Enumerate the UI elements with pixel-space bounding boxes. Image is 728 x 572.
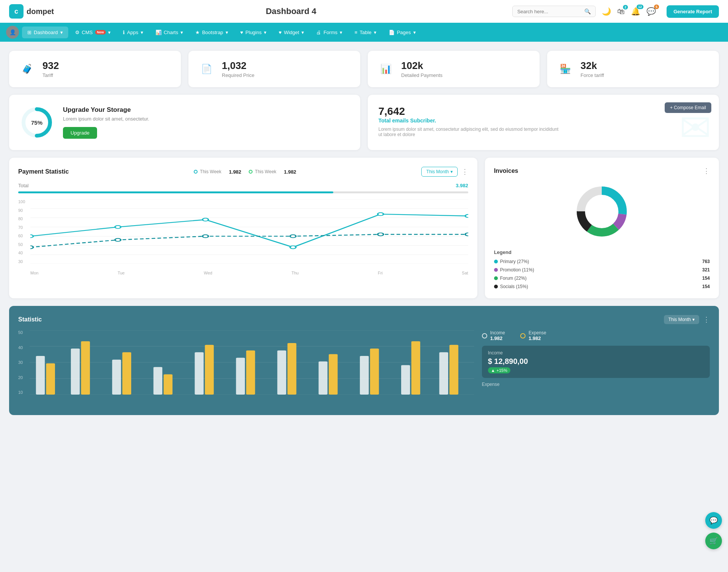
stat-chevron-icon: ▾ — [692, 317, 695, 322]
search-icon[interactable]: 🔍 — [584, 8, 591, 14]
statistic-more-options[interactable]: ⋮ — [703, 315, 710, 324]
nav-chevron-charts: ▾ — [180, 30, 183, 35]
stat-cards: 🧳 932 Tariff 📄 1,032 Required Price 📊 10… — [9, 51, 719, 87]
apps-icon: ℹ — [123, 30, 125, 35]
payment-chart-header: Payment Statistic This Week 1.982 This W… — [18, 167, 468, 177]
total-value: 3.982 — [456, 183, 468, 188]
logo: c dompet — [9, 4, 70, 19]
generate-report-button[interactable]: Generate Report — [667, 5, 719, 18]
invoices-more-options[interactable]: ⋮ — [703, 167, 710, 175]
legend-row-socials: Socials (15%) 154 — [494, 284, 710, 289]
invoices-title: Invoices — [494, 168, 518, 174]
nav-label-apps: Apps — [127, 30, 138, 35]
statistic-controls: This Month ▾ ⋮ — [664, 315, 710, 324]
statistic-inner: 50 40 30 20 10 — [18, 330, 710, 406]
email-description: Lorem ipsum dolor sit amet, consectetur … — [378, 127, 560, 137]
bell-badge: 12 — [637, 5, 643, 9]
svg-rect-40 — [195, 352, 204, 395]
nav-label-table: Table — [360, 30, 372, 35]
svg-rect-34 — [71, 349, 80, 395]
search-input[interactable] — [517, 9, 581, 14]
chart-row: Payment Statistic This Week 1.982 This W… — [9, 158, 719, 298]
legend-row-forum: Forum (22%) 154 — [494, 276, 710, 281]
statistic-header: Statistic This Month ▾ ⋮ — [18, 315, 710, 324]
legend-color-primary — [494, 260, 498, 263]
expense-section-label: Expense — [482, 382, 710, 387]
detailed-payments-value: 102k — [401, 60, 442, 72]
nav-item-cms[interactable]: ⚙ CMS New ▾ — [70, 27, 116, 38]
svg-rect-46 — [318, 362, 327, 395]
nav-item-table[interactable]: ≡ Table ▾ — [349, 27, 382, 38]
tariff-value: 932 — [42, 60, 59, 72]
total-label: Total — [18, 183, 28, 188]
income-value: 1.982 — [490, 335, 505, 341]
svg-rect-41 — [205, 345, 213, 395]
nav-label-pages: Pages — [397, 30, 411, 35]
more-options-icon[interactable]: ⋮ — [461, 168, 468, 176]
logo-icon: c — [9, 4, 24, 19]
statistic-section: Statistic This Month ▾ ⋮ 50 40 30 20 10 — [9, 306, 719, 415]
theme-toggle[interactable]: 🌙 — [602, 7, 611, 16]
navbar: 👤 ⊞ Dashboard ▾ ⚙ CMS New ▾ ℹ Apps ▾ 📊 C… — [0, 23, 728, 42]
statistic-month-filter[interactable]: This Month ▾ — [664, 315, 699, 324]
nav-chevron-cms: ▾ — [108, 30, 111, 35]
force-tariff-value: 32k — [581, 60, 604, 72]
legend-color-promotion — [494, 268, 498, 272]
nav-item-pages[interactable]: 📄 Pages ▾ — [383, 27, 421, 38]
storage-card: 75% Upgrade Your Storage Lorem ipsum dol… — [9, 95, 360, 150]
topbar-icons: 🌙 🛍 2 🔔 12 💬 5 Generate Report — [602, 5, 719, 18]
forms-icon: 🖨 — [316, 30, 321, 35]
nav-item-forms[interactable]: 🖨 Forms ▾ — [311, 27, 348, 38]
nav-item-dashboard[interactable]: ⊞ Dashboard ▾ — [22, 27, 68, 38]
svg-point-20 — [378, 233, 383, 236]
svg-point-11 — [115, 226, 121, 229]
detailed-payments-icon: 📊 — [377, 60, 395, 78]
expense-label: Expense — [529, 330, 546, 335]
required-price-icon: 📄 — [198, 60, 216, 78]
legend-label-2: This Week — [255, 169, 276, 174]
nav-chevron-dashboard: ▾ — [60, 30, 63, 35]
stat-filter-label: This Month — [668, 317, 691, 322]
progress-fill — [18, 191, 333, 193]
nav-chevron-forms: ▾ — [340, 30, 342, 35]
topbar: c dompet Dashboard 4 🔍 🌙 🛍 2 🔔 12 💬 5 Ge… — [0, 0, 728, 23]
tariff-icon: 🧳 — [18, 60, 36, 78]
svg-point-18 — [202, 235, 208, 238]
legend-color-forum — [494, 276, 498, 280]
legend-row-primary: Primary (27%) 763 — [494, 259, 710, 264]
nav-chevron-pages: ▾ — [413, 30, 416, 35]
upgrade-button[interactable]: Upgrade — [63, 127, 97, 139]
this-month-filter-button[interactable]: This Month ▾ — [421, 167, 457, 177]
legend-num-forum: 154 — [702, 276, 710, 281]
nav-item-bootstrap[interactable]: ★ Bootstrap ▾ — [190, 27, 234, 38]
legend-label-socials: Socials (15%) — [494, 284, 528, 289]
nav-chevron-apps: ▾ — [141, 30, 143, 35]
income-box-value: $ 12,890,00 — [488, 357, 704, 366]
svg-point-21 — [465, 233, 468, 236]
nav-item-widget[interactable]: ♥ Widget ▾ — [273, 27, 309, 38]
dashboard-icon: ⊞ — [27, 30, 31, 35]
chat-icon-btn[interactable]: 💬 5 — [646, 7, 656, 16]
bell-icon-btn[interactable]: 🔔 12 — [631, 7, 640, 16]
nav-item-charts[interactable]: 📊 Charts ▾ — [150, 27, 188, 38]
nav-item-plugins[interactable]: ♥ Plugins ▾ — [235, 27, 272, 38]
shop-badge: 2 — [623, 5, 628, 9]
svg-rect-48 — [360, 356, 369, 395]
chevron-down-icon: ▾ — [450, 169, 453, 174]
legend-label-promotion: Promotion (11%) — [494, 267, 534, 273]
invoices-legend-title: Legend — [494, 249, 710, 255]
expense-item: Expense 1.982 — [520, 330, 546, 341]
nav-item-apps[interactable]: ℹ Apps ▾ — [118, 27, 149, 38]
cms-badge: New — [95, 30, 106, 34]
storage-description: Lorem ipsum dolor sit amet, onsectetur. — [63, 116, 149, 122]
income-label: Income — [490, 330, 505, 335]
legend-num-promotion: 321 — [702, 267, 710, 273]
svg-rect-38 — [154, 367, 162, 395]
search-bar[interactable]: 🔍 — [512, 6, 596, 17]
main-content: 🧳 932 Tariff 📄 1,032 Required Price 📊 10… — [0, 42, 728, 424]
email-envelope-icon: ✉ — [679, 106, 711, 150]
stat-card-tariff: 🧳 932 Tariff — [9, 51, 181, 87]
income-expense-panel: Income 1.982 Expense 1.982 Income $ — [482, 330, 710, 406]
svg-rect-50 — [401, 365, 410, 395]
shop-icon-btn[interactable]: 🛍 2 — [617, 7, 625, 16]
